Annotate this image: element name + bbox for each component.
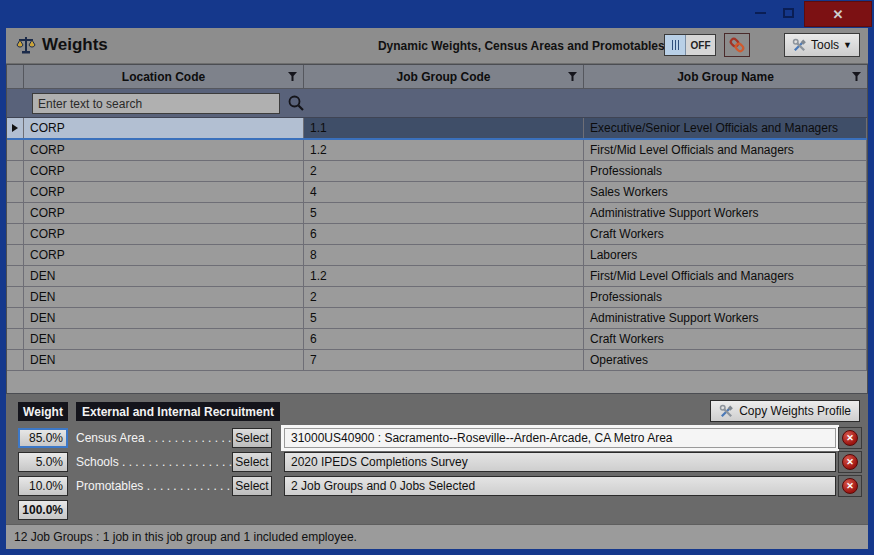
cell-location-code[interactable]: DEN [24,308,304,328]
delete-icon: ✕ [842,454,858,470]
cell-location-code[interactable]: DEN [24,350,304,370]
row-indicator [7,266,24,286]
cell-job-group-code[interactable]: 5 [304,308,584,328]
table-row[interactable]: CORP2Professionals [7,161,867,182]
cell-job-group-code[interactable]: 5 [304,203,584,223]
table-row[interactable]: DEN1.2First/Mid Level Officials and Mana… [7,266,867,287]
close-button[interactable]: ✕ [804,1,872,27]
cell-job-group-code[interactable]: 4 [304,182,584,202]
row-indicator [7,329,24,349]
cell-job-group-name[interactable]: Administrative Support Workers [584,203,867,223]
cell-job-group-name[interactable]: Operatives [584,350,867,370]
clear-selection-button[interactable]: ✕ [838,427,862,449]
weight-column-header: Weight [18,402,68,421]
table-row[interactable]: CORP1.1Executive/Senior Level Officials … [7,118,867,140]
column-header-job-group-name[interactable]: Job Group Name [584,65,867,88]
delete-icon: ✕ [842,478,858,494]
weight-input[interactable]: 10.0% [18,476,68,496]
cell-job-group-code[interactable]: 1.1 [304,118,584,138]
cell-job-group-name[interactable]: Executive/Senior Level Officials and Man… [584,118,867,138]
weights-panel-row: 10.0%Promotables . . . . . . . . . . . .… [6,475,868,497]
weight-input[interactable]: 5.0% [18,452,68,472]
cell-job-group-name[interactable]: Craft Workers [584,329,867,349]
table-row[interactable]: CORP8Laborers [7,245,867,266]
row-label: Census Area . . . . . . . . . . . . . ..… [76,431,248,445]
table-row[interactable]: CORP1.2First/Mid Level Officials and Man… [7,140,867,161]
maximize-button[interactable] [774,0,802,26]
table-row[interactable]: CORP5Administrative Support Workers [7,203,867,224]
row-label: Promotables . . . . . . . . . . . . . ..… [76,479,247,493]
table-row[interactable]: DEN2Professionals [7,287,867,308]
cell-job-group-code[interactable]: 6 [304,329,584,349]
cell-location-code[interactable]: DEN [24,266,304,286]
filter-icon[interactable] [852,72,861,81]
link-button[interactable] [724,33,750,57]
clear-selection-button[interactable]: ✕ [838,451,862,473]
row-indicator [7,287,24,307]
cell-job-group-name[interactable]: First/Mid Level Officials and Managers [584,266,867,286]
cell-job-group-code[interactable]: 1.2 [304,266,584,286]
table-row[interactable]: DEN6Craft Workers [7,329,867,350]
cell-job-group-name[interactable]: First/Mid Level Officials and Managers [584,140,867,160]
cell-job-group-code[interactable]: 7 [304,350,584,370]
table-row[interactable]: CORP4Sales Workers [7,182,867,203]
copy-weights-profile-button[interactable]: Copy Weights Profile [710,400,860,422]
column-header-location-code[interactable]: Location Code [24,65,304,88]
cell-job-group-name[interactable]: Laborers [584,245,867,265]
cell-job-group-code[interactable]: 2 [304,161,584,181]
filter-icon[interactable] [288,72,297,81]
search-input[interactable] [32,93,280,114]
cell-location-code[interactable]: CORP [24,140,304,160]
cell-job-group-name[interactable]: Craft Workers [584,224,867,244]
row-indicator [7,182,24,202]
table-row[interactable]: DEN5Administrative Support Workers [7,308,867,329]
cell-job-group-code[interactable]: 6 [304,224,584,244]
cell-location-code[interactable]: CORP [24,245,304,265]
search-icon[interactable] [287,94,305,112]
table-row[interactable]: CORP6Craft Workers [7,224,867,245]
status-bar: 12 Job Groups : 1 job in this job group … [6,524,868,549]
selected-row-arrow-icon [12,124,18,132]
clear-selection-button[interactable]: ✕ [838,475,862,497]
tools-button[interactable]: Tools ▼ [784,33,860,57]
cell-job-group-code[interactable]: 8 [304,245,584,265]
weights-panel-row: 5.0%Schools . . . . . . . . . . . . . . … [6,451,868,473]
job-groups-grid: Location Code Job Group Code Job Group N… [6,64,868,394]
row-indicator [7,245,24,265]
cell-job-group-name[interactable]: Administrative Support Workers [584,308,867,328]
selection-value-field[interactable]: 31000US40900 : Sacramento--Roseville--Ar… [284,428,836,448]
chain-link-icon [728,36,746,54]
minimize-icon [755,12,766,14]
selection-value-field[interactable]: 2020 IPEDS Completions Survey [284,452,836,472]
cell-location-code[interactable]: CORP [24,203,304,223]
dynamic-weights-label: Dynamic Weights, Census Areas and Promot… [378,39,672,53]
grid-body: CORP1.1Executive/Senior Level Officials … [7,118,867,371]
weight-input[interactable]: 85.0% [18,428,68,448]
dynamic-weights-toggle[interactable]: OFF [664,34,716,56]
cell-location-code[interactable]: CORP [24,118,304,138]
weights-panel-row: 85.0%Census Area . . . . . . . . . . . .… [6,427,868,449]
minimize-button[interactable] [746,0,774,26]
select-button[interactable]: Select [232,476,272,496]
cell-location-code[interactable]: CORP [24,161,304,181]
select-button[interactable]: Select [232,428,272,448]
cell-job-group-name[interactable]: Sales Workers [584,182,867,202]
cell-location-code[interactable]: DEN [24,329,304,349]
row-label: Schools . . . . . . . . . . . . . . . . … [76,455,249,469]
cell-location-code[interactable]: CORP [24,182,304,202]
cell-location-code[interactable]: CORP [24,224,304,244]
filter-icon[interactable] [568,72,577,81]
title-bar: ✕ [0,0,874,28]
page-title: Weights [42,35,108,55]
table-row[interactable]: DEN7Operatives [7,350,867,371]
select-button[interactable]: Select [232,452,272,472]
cell-location-code[interactable]: DEN [24,287,304,307]
cell-job-group-name[interactable]: Professionals [584,161,867,181]
cell-job-group-code[interactable]: 1.2 [304,140,584,160]
column-header-job-group-code[interactable]: Job Group Code [304,65,584,88]
row-indicator [7,118,24,138]
selection-value-field[interactable]: 2 Job Groups and 0 Jobs Selected [284,476,836,496]
cell-job-group-code[interactable]: 2 [304,287,584,307]
weights-window: ✕ Weights Dynamic Weights, Census Areas … [0,0,874,555]
cell-job-group-name[interactable]: Professionals [584,287,867,307]
